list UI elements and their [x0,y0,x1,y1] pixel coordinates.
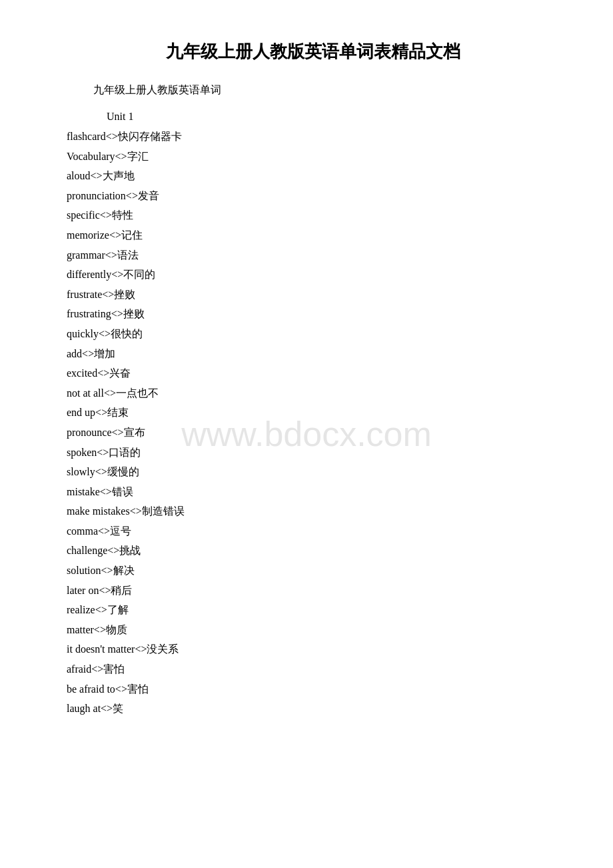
list-item: aloud<>大声地 [67,166,560,186]
list-item: end up<>结束 [67,403,560,423]
list-item: excited<>兴奋 [67,363,560,383]
list-item: grammar<>语法 [67,245,560,265]
list-item: add<>增加 [67,344,560,364]
list-item: afraid<>害怕 [67,659,560,679]
list-item: quickly<>很快的 [67,324,560,344]
list-item: comma<>逗号 [67,521,560,541]
list-item: solution<>解决 [67,561,560,581]
page-title: 九年级上册人教版英语单词表精品文档 [67,40,560,63]
list-item: later on<>稍后 [67,581,560,601]
list-item: pronunciation<>发音 [67,186,560,206]
list-item: matter<>物质 [67,620,560,640]
list-item: pronounce<>宣布 [67,423,560,443]
list-item: frustrating<>挫败 [67,304,560,324]
list-item: realize<>了解 [67,600,560,620]
list-item: spoken<>口语的 [67,443,560,463]
document-content: 九年级上册人教版英语单词表精品文档 九年级上册人教版英语单词 Unit 1 fl… [67,40,560,719]
document-subtitle: 九年级上册人教版英语单词 [93,83,560,97]
list-item: flashcard<>快闪存储器卡 [67,127,560,147]
list-item: mistake<>错误 [67,482,560,502]
list-item: be afraid to<>害怕 [67,679,560,699]
list-item: Vocabulary<>字汇 [67,147,560,167]
list-item: make mistakes<>制造错误 [67,501,560,521]
list-item: differently<>不同的 [67,265,560,285]
list-item: frustrate<>挫败 [67,285,560,305]
list-item: laugh at<>笑 [67,699,560,719]
list-item: memorize<>记住 [67,225,560,245]
list-item: challenge<>挑战 [67,541,560,561]
list-item: slowly<>缓慢的 [67,462,560,482]
words-list: flashcard<>快闪存储器卡Vocabulary<>字汇aloud<>大声… [67,127,560,719]
list-item: specific<>特性 [67,205,560,225]
list-item: not at all<>一点也不 [67,383,560,403]
list-item: it doesn't matter<>没关系 [67,639,560,659]
unit-header: Unit 1 [107,111,560,123]
